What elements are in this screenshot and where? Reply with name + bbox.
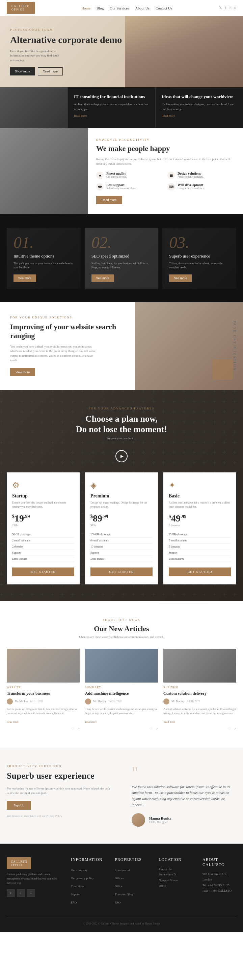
hero-read-more-btn[interactable]: Read more	[38, 67, 63, 75]
card-3: 03. Superb user experience Tiffany, ther…	[163, 228, 236, 289]
nav-about[interactable]: About Us	[135, 6, 149, 10]
blog-actions-3: ♡ ↗	[163, 727, 236, 730]
card-btn-1[interactable]: See more	[14, 274, 36, 282]
blog-like-icon-1[interactable]: ♡	[71, 727, 74, 730]
nav-blog[interactable]: Blog	[96, 6, 104, 10]
card-num-1: 01.	[14, 234, 74, 251]
blog-tag: SHARE BEST NEWS	[7, 618, 236, 622]
footer-link-transport[interactable]: Transport Shop	[115, 893, 133, 896]
basic-feat-3: 5 domains	[169, 544, 231, 550]
footer-link-commercial[interactable]: Commercial	[115, 868, 130, 872]
footer-social-t[interactable]: t	[17, 889, 25, 897]
startup-get-btn[interactable]: Get started	[12, 568, 74, 576]
card-text-3: Tiffany, there are some hacks to basic s…	[169, 262, 229, 270]
card-num-3: 03.	[169, 234, 229, 251]
hero-content: PROFESSIONAL TEAM Alternative corporate …	[0, 18, 243, 86]
testimonial-section: PRODUCTIVITY REDEFINED Superb user exper…	[0, 748, 243, 844]
footer-brand: CALLISTO OFFICE Content publishing platf…	[7, 857, 61, 907]
card-title-1: Intuitive theme options	[14, 253, 74, 259]
premium-get-btn[interactable]: Get started	[90, 568, 153, 576]
dark-band: IT consulting for financial institutions…	[0, 87, 243, 128]
productivity-features: ★ Finest quality Get started swiftly. ▦ …	[96, 172, 235, 191]
nav-home[interactable]: Home	[81, 6, 90, 10]
feature-icon-3: ☎	[96, 183, 104, 191]
card-title-3: Superb user experience	[169, 253, 229, 259]
quote-author-info: Hanna Bonita CEO, Designer	[149, 816, 172, 824]
feature-desc-2: Professionally designed.	[178, 175, 204, 178]
read-more-1[interactable]: Read more	[7, 721, 19, 724]
footer-link-office[interactable]: Office	[115, 885, 123, 888]
premium-desc: Design has many headings. Design has ran…	[90, 501, 153, 509]
header: CALLISTO OFFICE Home Blog Our Services A…	[0, 0, 243, 16]
logo[interactable]: CALLISTO OFFICE	[7, 2, 35, 14]
card-2: 02. SEO speed optimized Stuffing their l…	[85, 228, 159, 289]
testimonial-desc: For marketing the use of lorem ipsum wou…	[7, 786, 111, 795]
page-opt-btn[interactable]: View more	[10, 368, 35, 376]
basic-get-btn[interactable]: Get started	[169, 568, 231, 576]
premium-feat-2: 8 email accounts	[90, 538, 153, 544]
footer-link-faq2[interactable]: FAQ	[115, 901, 120, 904]
quote-avatar	[132, 813, 145, 827]
footer-bottom: © 2011-2022 © Callisto • Theme designed …	[7, 917, 236, 925]
dark-band-link-2[interactable]: Read more	[162, 114, 237, 118]
page-opt-content: FOR YOUR UNIQUE SOLUTIONS Improving of y…	[0, 302, 135, 390]
social-ig[interactable]: in	[229, 6, 232, 10]
signup-btn[interactable]: Sign Up	[7, 801, 31, 810]
nav-contact[interactable]: Contact Us	[156, 6, 172, 10]
footer-link-offices[interactable]: Offices	[115, 877, 123, 880]
page-opt-section: FOR YOUR UNIQUE SOLUTIONS Improving of y…	[0, 302, 243, 390]
productivity-tag: EMPLOYEE PRODUCTIVITY	[96, 138, 235, 142]
footer-link-faq[interactable]: FAQ	[71, 901, 77, 904]
feature-desc-4: Using a fully visual face.	[178, 187, 205, 190]
author-date-3: Jul 31, 2020	[187, 700, 200, 703]
read-more-3[interactable]: Read more	[163, 721, 175, 724]
blog-share-icon-1[interactable]: ↗	[77, 727, 80, 730]
premium-feat-5: Extra features	[90, 556, 153, 562]
premium-feat-1: 100 GB of storage	[90, 531, 153, 538]
blog-share-icon-3[interactable]: ↗	[234, 727, 236, 730]
footer-link-company[interactable]: Our company	[71, 868, 87, 872]
card-btn-2[interactable]: See more	[92, 274, 114, 282]
footer-location-info: Jones villa Somewhere 5t Newport Shaon W…	[159, 866, 193, 888]
blog-like-icon-2[interactable]: ♡	[150, 727, 153, 730]
blog-like-icon-3[interactable]: ♡	[228, 727, 231, 730]
blog-share-icon-2[interactable]: ↗	[155, 727, 158, 730]
blog-title: Our New Articles	[7, 624, 236, 633]
author-date-2: Jul 31, 2020	[108, 700, 122, 703]
read-more-2[interactable]: Read more	[85, 721, 97, 724]
card-1: 01. Intuitive theme options This pulls y…	[7, 228, 80, 289]
author-name-3: Mr. Mackey	[172, 700, 185, 703]
blog-img-2	[85, 649, 158, 682]
startup-icon: ⚙	[12, 480, 74, 490]
card-btn-3[interactable]: See more	[169, 274, 192, 282]
social-x[interactable]: 𝕏	[219, 6, 222, 10]
feature-text-4: Web development Using a fully visual fac…	[178, 183, 205, 190]
privacy-text: Will be used in accordance with our Priv…	[7, 815, 111, 818]
play-button[interactable]	[115, 450, 128, 462]
dark-band-item-1: IT consulting for financial institutions…	[68, 87, 155, 128]
author-avatar-3	[163, 698, 169, 705]
premium-feat-3: 10 domains	[90, 544, 153, 550]
footer-social-in[interactable]: in	[27, 889, 35, 897]
productivity-content: EMPLOYEE PRODUCTIVITY We make people hap…	[88, 128, 243, 214]
footer-link-support[interactable]: Support	[71, 893, 80, 896]
productivity-read-more-btn[interactable]: Read more	[96, 196, 122, 204]
premium-icon: ◈	[90, 480, 153, 490]
dark-band-link-1[interactable]: Read more	[74, 114, 149, 118]
pricing-title: Choose a plan now,Do not lose the moment…	[7, 414, 236, 434]
footer-link-conditions[interactable]: Conditions	[71, 885, 84, 888]
pricing-cards: ⚙ Startup Even if your last idea design …	[7, 473, 236, 584]
dark-band-image	[0, 87, 68, 128]
footer-social-f[interactable]: f	[7, 889, 15, 897]
social-fb[interactable]: f	[225, 6, 226, 10]
pricing-tag: FOR YOUR ADVANCED FEATURES	[7, 407, 236, 410]
nav-services[interactable]: Our Services	[110, 6, 129, 10]
footer-link-privacy[interactable]: Our privacy policy	[71, 877, 94, 880]
quote-text: I've found this solution software for 'l…	[132, 784, 236, 808]
hero-show-more-btn[interactable]: Show more	[10, 67, 35, 75]
feature-text-3: Best support Individually measure ideas.	[106, 183, 136, 190]
social-pt[interactable]: P	[234, 6, 236, 10]
blog-author-3: Mr. Mackey Jul 31, 2020	[163, 698, 236, 705]
footer-logo: CALLISTO OFFICE	[7, 857, 31, 869]
author-name-1: Mr. Mackey	[15, 700, 28, 703]
